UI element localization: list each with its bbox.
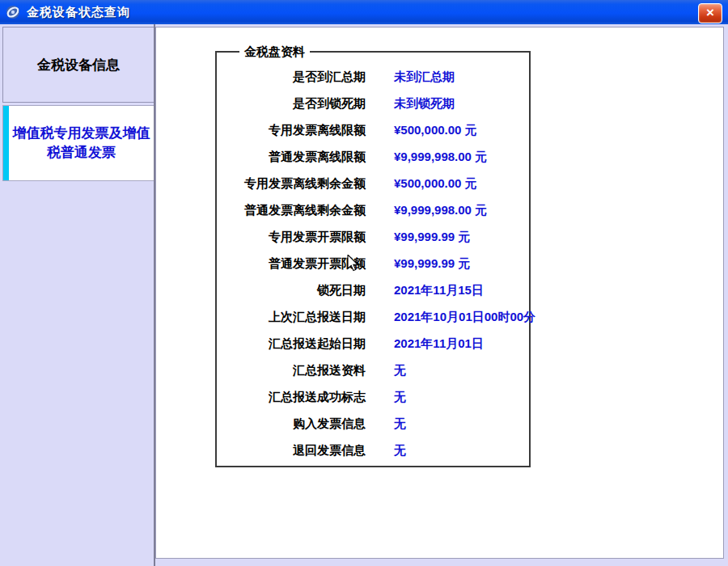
status-row-label: 退回发票信息: [217, 443, 366, 458]
status-row: 是否到锁死期 未到锁死期: [217, 91, 529, 117]
status-row: 是否到汇总期 未到汇总期: [217, 64, 529, 91]
status-row-value: 2021年11月15日: [394, 283, 484, 298]
status-row-label: 购入发票信息: [217, 416, 366, 432]
sidebar-tab-label: 增值税专用发票及增值税普通发票: [3, 124, 154, 163]
status-row-label: 普通发票开票限额: [217, 256, 366, 272]
status-row: 购入发票信息 无: [217, 411, 529, 437]
status-row-label: 普通发票离线剩余金额: [217, 203, 366, 218]
status-row: 汇总报送资料 无: [217, 357, 529, 384]
status-row-label: 专用发票离线限额: [217, 123, 366, 138]
title-bar: 金税设备状态查询 ×: [0, 0, 728, 24]
status-row: 普通发票开票限额 ¥99,999.99 元: [217, 251, 529, 277]
status-row-label: 锁死日期: [217, 283, 366, 298]
status-row: 汇总报送成功标志 无: [217, 384, 529, 411]
status-row-value: ¥99,999.99 元: [394, 230, 470, 245]
close-button[interactable]: ×: [698, 3, 722, 23]
status-rows: 是否到汇总期 未到汇总期 是否到锁死期 未到锁死期 专用发票离线限额 ¥500,…: [217, 53, 529, 464]
window-title: 金税设备状态查询: [27, 5, 130, 20]
status-row-value: ¥9,999,998.00 元: [394, 150, 487, 165]
status-row-value: 无: [394, 416, 406, 432]
status-row-value: ¥500,000.00 元: [394, 176, 477, 192]
status-row: 普通发票离线限额 ¥9,999,998.00 元: [217, 144, 529, 171]
status-row-label: 汇总报送成功标志: [217, 390, 366, 405]
status-row-value: 未到汇总期: [394, 70, 455, 85]
status-row: 汇总报送起始日期 2021年11月01日: [217, 331, 529, 357]
status-row-value: ¥9,999,998.00 元: [394, 203, 487, 218]
status-row-value: ¥99,999.99 元: [394, 256, 470, 272]
status-row: 专用发票离线剩余金额 ¥500,000.00 元: [217, 171, 529, 197]
status-row: 退回发票信息 无: [217, 437, 529, 464]
golden-tax-disk-groupbox: 金税盘资料 是否到汇总期 未到汇总期 是否到锁死期 未到锁死期 专用发票离线限额…: [215, 51, 531, 467]
status-row: 普通发票离线剩余金额 ¥9,999,998.00 元: [217, 197, 529, 224]
status-row-label: 专用发票离线剩余金额: [217, 176, 366, 192]
status-row-label: 汇总报送起始日期: [217, 336, 366, 352]
sidebar-tab-vat-invoices[interactable]: 增值税专用发票及增值税普通发票: [2, 105, 154, 181]
status-row: 专用发票离线限额 ¥500,000.00 元: [217, 117, 529, 144]
status-row-value: 未到锁死期: [394, 96, 455, 112]
status-row: 专用发票开票限额 ¥99,999.99 元: [217, 224, 529, 251]
sidebar-tab-device-info[interactable]: 金税设备信息: [2, 27, 154, 103]
status-row-label: 是否到汇总期: [217, 70, 366, 85]
status-row-value: 无: [394, 390, 406, 405]
status-row-value: 2021年10月01日00时00分: [394, 310, 535, 325]
status-row-value: ¥500,000.00 元: [394, 123, 477, 138]
status-row-value: 无: [394, 363, 406, 378]
status-row-label: 是否到锁死期: [217, 96, 366, 112]
status-row-label: 汇总报送资料: [217, 363, 366, 378]
app-logo-icon: [5, 4, 21, 20]
status-row-label: 专用发票开票限额: [217, 230, 366, 245]
status-row: 锁死日期 2021年11月15日: [217, 277, 529, 304]
status-row-value: 无: [394, 443, 406, 458]
status-row-label: 普通发票离线限额: [217, 150, 366, 165]
active-tab-accent-bar: [3, 106, 9, 180]
status-row: 上次汇总报送日期 2021年10月01日00时00分: [217, 304, 529, 331]
status-row-label: 上次汇总报送日期: [217, 310, 366, 325]
status-row-value: 2021年11月01日: [394, 336, 484, 352]
sidebar-tab-label: 金税设备信息: [37, 56, 120, 74]
